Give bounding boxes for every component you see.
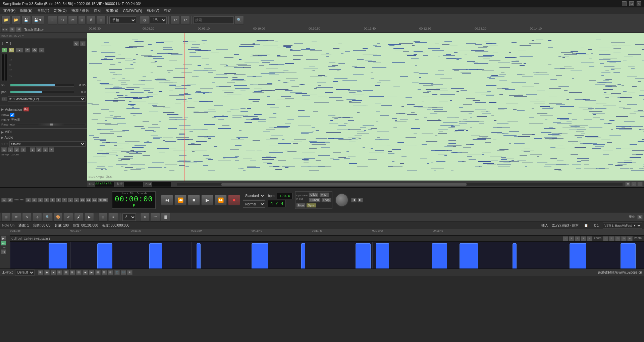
track-s-btn[interactable]: S [1,48,7,53]
me-tool-paint[interactable]: 🖌 [74,213,84,222]
track-s-global[interactable]: S [9,27,15,32]
pos-input[interactable] [95,182,115,187]
m7-btn[interactable]: 7 [62,198,67,202]
piano-select-tool[interactable]: ▶ [1,236,6,241]
vel-1x[interactable]: 1 [609,236,614,241]
ch-btn-4[interactable]: 4 [20,147,26,152]
search-input[interactable] [194,16,234,24]
toolbar-redo[interactable]: ↪ [58,16,67,25]
toolbar-open[interactable]: 📂 [11,16,21,25]
menu-item-0[interactable]: 文件(F) [1,7,17,14]
time-sig-display[interactable]: 4 / 4 [268,200,286,207]
standard-mode-combo[interactable]: Standard [243,192,265,199]
big-note-5[interactable] [252,243,268,268]
sb-icon-13[interactable]: 🎵 [114,270,120,275]
track-editor-collapse[interactable]: ◄◄ [1,27,8,32]
track-info2-btn[interactable]: i [39,48,45,53]
sb-icon-3[interactable]: ● [51,270,56,275]
m3-btn[interactable]: 3 [38,198,43,202]
rewind-start-btn[interactable]: ⏮ [161,195,173,205]
sb-icon-10[interactable]: ⊞ [95,270,101,275]
me-mult-btn[interactable]: × [140,213,150,222]
sb-icon-15[interactable]: ≡ [127,270,132,275]
me-tool-color[interactable]: 🎨 [53,213,63,222]
me-vel2-btn[interactable]: ▓ [161,213,170,222]
track-info-btn[interactable]: i [80,41,86,46]
toolbar-cut[interactable]: ✂ [68,16,77,25]
vel-3[interactable]: 3 [581,236,586,241]
fast-forward-btn[interactable]: ⏩ [215,195,227,205]
automation-show-check[interactable] [10,113,14,117]
me-tool-select[interactable]: ⊹ [33,213,42,222]
big-note-9[interactable] [432,243,447,268]
m11-btn[interactable]: 11 [86,198,91,202]
menu-item-7[interactable]: CD/DVD(D) [121,8,144,13]
end-input[interactable] [152,182,172,187]
menu-item-2[interactable]: 音轨(T) [35,7,51,14]
ch-btn-6[interactable]: 2 [36,147,42,152]
m12-btn[interactable]: 12 [92,198,97,202]
big-note-13[interactable] [621,243,636,268]
big-note-1[interactable] [49,243,67,268]
timeline-scrollbar[interactable] [177,183,623,186]
me-extra-btn[interactable]: S [637,215,643,219]
menu-item-1[interactable]: 编辑(E) [18,7,35,14]
me-tool-eraser[interactable]: ✎ [22,213,32,222]
big-note-11[interactable] [513,243,517,268]
mode-combo[interactable]: 节拍 [109,16,136,24]
me-tool-pencil[interactable]: ✏ [12,213,21,222]
marker-2-btn[interactable]: 2 [7,198,13,202]
toolbar-q[interactable]: Q [140,16,149,25]
big-note-10[interactable] [460,243,478,268]
sb-icon-5[interactable]: ⊠ [63,270,69,275]
me-hash-btn[interactable]: # [109,213,118,222]
ch-btn-7[interactable]: 3 [43,147,48,152]
sb-icon-11[interactable]: ⊠ [102,270,107,275]
me-grid-btn[interactable]: ⊞ [98,213,108,222]
quantize-combo[interactable]: 1/8 [150,16,167,24]
piano-pencil-tool[interactable]: ✏ [1,241,6,246]
loop-btn[interactable]: Loop [321,198,331,202]
toolbar-misc3[interactable]: ⊟ [96,16,106,25]
me-tool-select2[interactable]: ▶ [85,213,94,222]
big-note-8[interactable] [376,243,389,268]
toolbar-new[interactable]: 📁 [1,16,11,25]
next-btn[interactable]: ▶ [358,198,363,202]
ch-btn-1[interactable]: 1 [1,147,7,152]
vel-zoom-out[interactable]: - [603,236,608,241]
minimize-button[interactable]: — [622,1,627,6]
vel-2x[interactable]: 2 [615,236,621,241]
menu-item-5[interactable]: 自动 [92,7,103,14]
track-m-btn[interactable]: M [8,48,14,53]
me-tool-pencil2[interactable]: ✐ [64,213,73,222]
menu-item-4[interactable]: 播放 / 录音 [69,7,91,14]
master-knob[interactable] [335,193,348,207]
stop-btn[interactable]: ■ [188,195,200,205]
mon-btn[interactable]: Mon [296,203,306,208]
toolbar-undo2[interactable]: ↩ [170,16,180,25]
sb-icon-6[interactable]: ⊞ [70,270,75,275]
marker-1-btn[interactable]: 1 [1,198,7,202]
zoom-in-btn[interactable]: + [637,182,643,187]
plugin-select[interactable]: #1: BassMidiVsti (1-2) [8,96,86,102]
m5-btn[interactable]: 5 [50,198,55,202]
rewind-btn[interactable]: ⏪ [174,195,186,205]
channel-out-select[interactable]: StMast [9,141,86,147]
toolbar-undo[interactable]: ↩ [48,16,57,25]
vel-4[interactable]: 4 [587,236,592,241]
m10-btn[interactable]: 10 [80,198,85,202]
param-slider[interactable] [17,123,86,126]
sync-active-btn[interactable]: Sync [306,203,316,208]
me-tool-magnify[interactable]: 🔍 [43,213,52,222]
vol-slider[interactable] [10,84,74,87]
toolbar-save[interactable]: 💾 [21,16,31,25]
vel-3x[interactable]: 3 [621,236,627,241]
sb-icon-1[interactable]: ⊞ [38,270,43,275]
sb-icon-7[interactable]: ⊟ [76,270,82,275]
big-note-2[interactable] [97,243,112,268]
sb-icon-12[interactable]: ⊡ [108,270,113,275]
big-note-6[interactable] [301,243,305,268]
big-note-4[interactable] [197,243,201,268]
toolbar-save2[interactable]: 💾▼ [32,16,44,25]
track-settings-btn[interactable]: ⚙ [73,41,79,46]
